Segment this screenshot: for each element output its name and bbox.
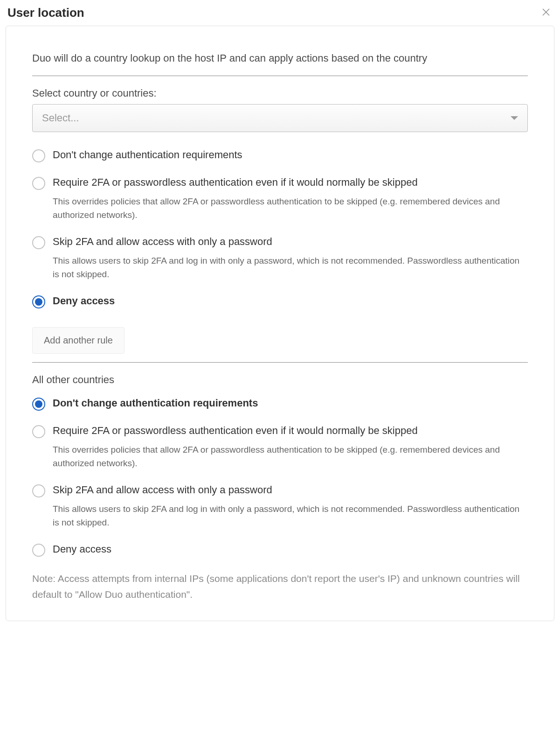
radio-label: Skip 2FA and allow access with only a pa… <box>53 236 528 248</box>
radio-help-text: This allows users to skip 2FA and log in… <box>53 254 528 281</box>
radio-label: Deny access <box>53 543 528 555</box>
radio-label: Skip 2FA and allow access with only a pa… <box>53 484 528 496</box>
divider <box>32 76 528 76</box>
radio-label: Require 2FA or passwordless authenticati… <box>53 425 528 437</box>
radio-help-text: This overrides policies that allow 2FA o… <box>53 195 528 222</box>
radio-option-skip-2fa-2[interactable]: Skip 2FA and allow access with only a pa… <box>32 484 528 529</box>
radio-option-require-2fa-2[interactable]: Require 2FA or passwordless authenticati… <box>32 425 528 470</box>
radio-label: Don't change authentication requirements <box>53 397 528 409</box>
add-another-rule-button[interactable]: Add another rule <box>32 327 124 354</box>
radio-input[interactable] <box>32 398 45 411</box>
radio-input[interactable] <box>32 295 45 308</box>
radio-input[interactable] <box>32 425 45 438</box>
radio-input[interactable] <box>32 544 45 557</box>
radio-option-no-change-2[interactable]: Don't change authentication requirements <box>32 397 528 411</box>
country-select[interactable]: Select... <box>32 104 528 132</box>
dialog-title: User location <box>7 6 84 20</box>
radio-input[interactable] <box>32 484 45 497</box>
user-location-panel: Duo will do a country lookup on the host… <box>6 26 554 621</box>
all-other-countries-label: All other countries <box>32 374 528 386</box>
radio-label: Deny access <box>53 295 528 307</box>
select-placeholder: Select... <box>42 112 79 124</box>
caret-down-icon <box>511 116 518 120</box>
dialog-header: User location <box>6 6 554 26</box>
radio-input[interactable] <box>32 149 45 162</box>
close-icon[interactable] <box>541 7 551 17</box>
radio-label: Don't change authentication requirements <box>53 149 528 161</box>
radio-input[interactable] <box>32 177 45 190</box>
country-select-label: Select country or countries: <box>32 87 528 99</box>
radio-help-text: This overrides policies that allow 2FA o… <box>53 443 528 470</box>
radio-option-deny-1[interactable]: Deny access <box>32 295 528 308</box>
divider <box>32 362 528 363</box>
radio-label: Require 2FA or passwordless authenticati… <box>53 176 528 189</box>
radio-option-no-change-1[interactable]: Don't change authentication requirements <box>32 149 528 162</box>
radio-option-require-2fa-1[interactable]: Require 2FA or passwordless authenticati… <box>32 176 528 222</box>
radio-option-deny-2[interactable]: Deny access <box>32 543 528 557</box>
radio-input[interactable] <box>32 236 45 249</box>
radio-option-skip-2fa-1[interactable]: Skip 2FA and allow access with only a pa… <box>32 236 528 281</box>
radio-help-text: This allows users to skip 2FA and log in… <box>53 503 528 529</box>
footer-note: Note: Access attempts from internal IPs … <box>32 571 528 602</box>
panel-description: Duo will do a country lookup on the host… <box>32 52 528 64</box>
